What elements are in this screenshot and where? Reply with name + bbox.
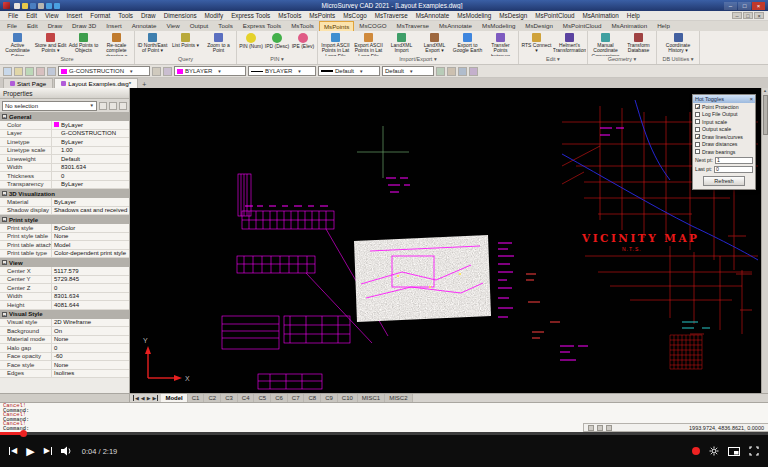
scroll-up-icon[interactable]: ▲	[763, 88, 767, 93]
video-progress-bar[interactable]	[0, 432, 768, 435]
ribbon-tab[interactable]: MsModeling	[477, 20, 520, 31]
volume-icon[interactable]	[61, 446, 73, 456]
layer-previous-icon[interactable]	[163, 67, 172, 76]
menu-item[interactable]: MsPoints	[305, 12, 339, 19]
ribbon-button[interactable]: IPE (Elev)	[290, 32, 316, 56]
property-value[interactable]: On	[52, 327, 129, 335]
checkbox-icon[interactable]	[695, 134, 700, 139]
previous-button[interactable]: ◀	[9, 447, 17, 455]
menu-item[interactable]: Help	[623, 12, 644, 19]
quick-select-icon[interactable]	[99, 102, 107, 110]
last-layout-button[interactable]: ▶	[153, 395, 159, 401]
ribbon-group-label[interactable]: PIN ▾	[238, 56, 316, 64]
property-value[interactable]: ByLayer	[52, 198, 129, 206]
document-tab[interactable]: Layout Examples.dwg*	[54, 78, 138, 88]
property-value[interactable]: 0	[52, 344, 129, 352]
ribbon-button[interactable]: Manual Coordinate Conversions	[589, 32, 622, 56]
property-value[interactable]: G-CONSTRUCTION	[52, 130, 129, 138]
ribbon-button[interactable]: RTS Connect ▾	[520, 32, 553, 56]
make-layer-current-icon[interactable]	[152, 67, 161, 76]
hot-toggle-checkbox[interactable]: Point Protection	[693, 103, 755, 111]
hot-toggle-checkbox[interactable]: Output scale	[693, 126, 755, 134]
layer-lock-icon[interactable]	[47, 67, 56, 76]
menu-item[interactable]: Tools	[114, 12, 137, 19]
linetype-select[interactable]: BYLAYER ▼	[248, 66, 316, 76]
ribbon-group-label[interactable]: DB Utilities ▾	[658, 56, 698, 64]
layer-states-icon[interactable]	[14, 67, 23, 76]
ribbon-button[interactable]: Add Points to Objects	[67, 32, 100, 56]
lineweight-select[interactable]: Default ▼	[318, 66, 380, 76]
doc-close-button[interactable]: ×	[754, 12, 764, 19]
property-value[interactable]: ByLayer	[52, 181, 129, 189]
ribbon-tab[interactable]: Annotate	[127, 20, 162, 31]
property-value[interactable]: 4081.644	[52, 301, 129, 309]
print-icon[interactable]	[38, 3, 44, 9]
layout-tab[interactable]: C8	[304, 394, 321, 402]
hot-toggle-checkbox[interactable]: Log File Output	[693, 111, 755, 119]
menu-item[interactable]: Dimensions	[160, 12, 201, 19]
property-value[interactable]: 8301.634	[52, 293, 129, 301]
menu-item[interactable]: Insert	[63, 12, 87, 19]
menu-item[interactable]: Format	[86, 12, 114, 19]
zoom-icon[interactable]	[469, 67, 478, 76]
ribbon-button[interactable]: Active Coordinate Editor	[1, 32, 34, 56]
ribbon-button[interactable]: Transfer Points between MicroSurvey Jobs	[484, 32, 517, 56]
property-value[interactable]: ByLayer	[52, 138, 129, 146]
last-pt-input[interactable]: 0	[714, 166, 753, 173]
document-tab[interactable]: Start Page	[3, 78, 53, 88]
layout-tab[interactable]: C4	[238, 394, 255, 402]
pan-icon[interactable]	[458, 67, 467, 76]
ribbon-tab[interactable]: MsPointCloud	[558, 20, 607, 31]
maximize-button[interactable]: □	[738, 2, 751, 10]
doc-minimize-button[interactable]: –	[732, 12, 742, 19]
layout-tab[interactable]: MISC1	[358, 394, 385, 402]
next-layout-button[interactable]: ▶	[147, 395, 151, 401]
checkbox-icon[interactable]	[695, 142, 700, 147]
scrollbar-thumb[interactable]	[763, 95, 768, 135]
fullscreen-icon[interactable]	[749, 446, 759, 456]
ribbon-button[interactable]: Import ASCII Points in Lat Long File	[319, 32, 352, 56]
settings-gear-icon[interactable]	[709, 446, 719, 456]
plotstyle-select[interactable]: Default ▼	[382, 66, 434, 76]
properties-palette-title[interactable]: Properties	[0, 88, 129, 99]
layout-tab[interactable]: C2	[204, 394, 221, 402]
menu-item[interactable]: MsDesign	[495, 12, 531, 19]
menu-item[interactable]: MsAnnotate	[412, 12, 454, 19]
grid-toggle-icon[interactable]	[597, 425, 603, 431]
menu-item[interactable]: MsTools	[274, 12, 305, 19]
snap-toggle-icon[interactable]	[588, 425, 594, 431]
layer-select[interactable]: G-CONSTRUCTION ▼	[58, 66, 150, 76]
layout-tab[interactable]: C7	[288, 394, 305, 402]
section-header-visual-style[interactable]: − Visual Style	[0, 310, 129, 319]
property-value[interactable]: Model	[52, 241, 129, 249]
menu-item[interactable]: MsModeling	[453, 12, 495, 19]
redo-icon[interactable]	[54, 3, 60, 9]
layer-freeze-icon[interactable]	[36, 67, 45, 76]
section-header-3d-visualization[interactable]: − 3D Visualization	[0, 189, 129, 198]
hot-toggle-checkbox[interactable]: Draw bearings	[693, 148, 755, 156]
open-icon[interactable]	[22, 3, 28, 9]
doc-restore-button[interactable]: □	[743, 12, 753, 19]
property-value[interactable]: 5117.579	[52, 267, 129, 275]
ribbon-tab[interactable]: File	[2, 20, 22, 31]
record-indicator-icon[interactable]	[692, 447, 700, 455]
ribbon-tab[interactable]: MsPoints	[319, 21, 354, 31]
checkbox-icon[interactable]	[695, 112, 700, 117]
ribbon-group-label[interactable]: Store	[1, 56, 133, 64]
property-value[interactable]: None	[52, 336, 129, 344]
play-button[interactable]: ▶	[26, 446, 34, 457]
ribbon-button[interactable]: PIN (Num)	[238, 32, 264, 56]
property-value[interactable]: Isolines	[52, 370, 129, 378]
layer-on-off-icon[interactable]	[25, 67, 34, 76]
ribbon-tab[interactable]: View	[161, 20, 184, 31]
ribbon-button[interactable]: LandXML Export ▾	[418, 32, 451, 56]
property-value[interactable]: Color-dependent print style	[52, 250, 129, 258]
ribbon-group-label[interactable]: Import/Export ▾	[319, 56, 517, 64]
color-select[interactable]: BYLAYER ▼	[174, 66, 246, 76]
ribbon-tab[interactable]: Help	[652, 20, 675, 31]
hot-toggle-checkbox[interactable]: Draw lines/curves	[693, 133, 755, 141]
layout-tab[interactable]: C3	[221, 394, 238, 402]
hot-toggle-checkbox[interactable]: Input scale	[693, 118, 755, 126]
player-progress-knob[interactable]	[20, 430, 27, 437]
undo-icon[interactable]	[46, 3, 52, 9]
